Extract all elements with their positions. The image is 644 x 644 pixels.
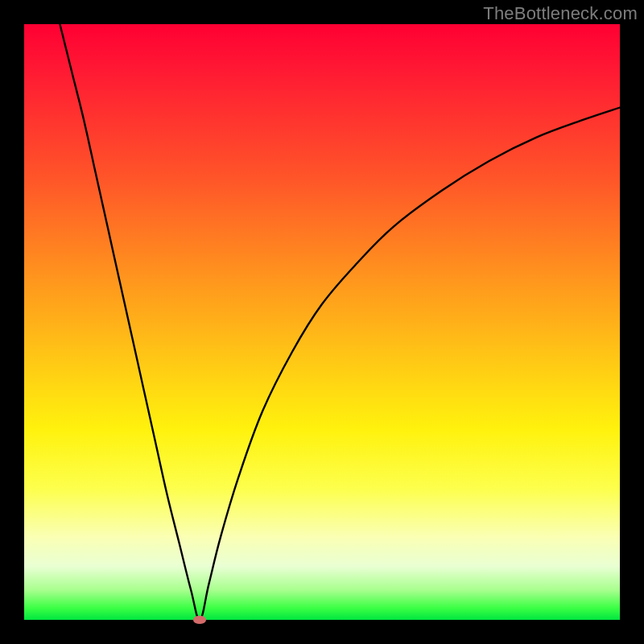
minimum-marker [193, 616, 206, 624]
chart-stage: TheBottleneck.com [0, 0, 644, 644]
curve-svg [24, 24, 620, 620]
bottleneck-curve [60, 24, 620, 620]
plot-area [24, 24, 620, 620]
watermark-text: TheBottleneck.com [483, 3, 638, 24]
